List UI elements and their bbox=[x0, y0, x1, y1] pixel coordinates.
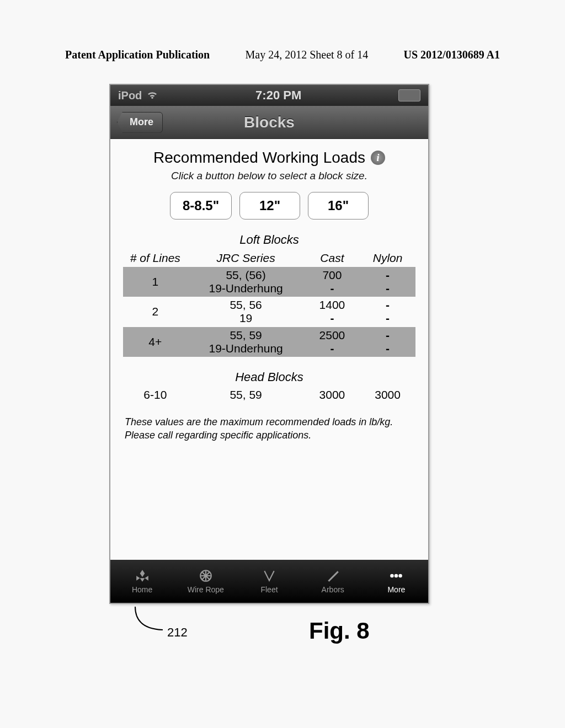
tab-label: Fleet bbox=[260, 585, 278, 594]
cell-jrc: 55, (56) 19-Underhung bbox=[188, 267, 305, 297]
size-option-16[interactable]: 16" bbox=[308, 192, 369, 220]
cell-cast: 700- bbox=[305, 267, 360, 297]
header-center: May 24, 2012 Sheet 8 of 14 bbox=[246, 49, 369, 61]
patent-page-header: Patent Application Publication May 24, 2… bbox=[0, 49, 565, 61]
tab-fleet[interactable]: Fleet bbox=[237, 560, 301, 603]
footnote: These values are the maximum recommended… bbox=[110, 415, 428, 442]
tab-label: Wire Rope bbox=[188, 585, 224, 594]
wire-rope-icon bbox=[197, 569, 215, 583]
more-icon bbox=[387, 569, 405, 583]
table-header-row: # of Lines JRC Series Cast Nylon bbox=[123, 249, 415, 267]
tab-wire-rope[interactable]: Wire Rope bbox=[174, 560, 237, 603]
cell-cast: 3000 bbox=[305, 387, 360, 403]
fleet-icon bbox=[260, 569, 278, 583]
figure-label: Fig. 8 bbox=[309, 618, 370, 644]
size-option-12[interactable]: 12" bbox=[239, 192, 300, 220]
wifi-icon bbox=[146, 89, 158, 102]
col-nylon: Nylon bbox=[360, 249, 415, 267]
header-left: Patent Application Publication bbox=[65, 49, 210, 61]
head-blocks-title: Head Blocks bbox=[110, 370, 428, 384]
callout-number: 212 bbox=[167, 625, 188, 640]
loft-blocks-table: # of Lines JRC Series Cast Nylon 1 55, (… bbox=[123, 249, 415, 357]
loft-blocks-title: Loft Blocks bbox=[110, 233, 428, 247]
carrier-label: iPod bbox=[118, 89, 142, 102]
page-subtitle: Click a button below to select a block s… bbox=[110, 170, 428, 182]
col-cast: Cast bbox=[305, 249, 360, 267]
size-option-8[interactable]: 8-8.5" bbox=[170, 192, 232, 220]
svg-point-2 bbox=[395, 574, 398, 578]
cell-lines: 2 bbox=[123, 297, 188, 326]
tab-arbors[interactable]: Arbors bbox=[301, 560, 365, 603]
cell-jrc: 55, 59 bbox=[188, 387, 305, 403]
nav-bar: More Blocks bbox=[110, 106, 428, 139]
cell-nylon: -- bbox=[360, 297, 415, 326]
cell-nylon: -- bbox=[360, 327, 415, 357]
tab-label: More bbox=[387, 585, 405, 594]
back-button-label: More bbox=[130, 116, 153, 128]
table-row: 1 55, (56) 19-Underhung 700- -- bbox=[123, 267, 415, 297]
head-blocks-table: 6-10 55, 59 3000 3000 bbox=[123, 387, 415, 403]
tab-label: Arbors bbox=[322, 585, 344, 594]
header-right: US 2012/0130689 A1 bbox=[404, 49, 500, 61]
cell-cast: 2500- bbox=[305, 327, 360, 357]
status-bar: iPod 7:20 PM bbox=[110, 85, 428, 106]
status-time: 7:20 PM bbox=[255, 88, 301, 103]
col-jrc: JRC Series bbox=[188, 249, 305, 267]
back-button[interactable]: More bbox=[117, 112, 163, 133]
page-heading: Recommended Working Loads bbox=[153, 149, 365, 167]
battery-icon bbox=[398, 89, 420, 101]
cell-lines: 6-10 bbox=[123, 387, 188, 403]
col-lines: # of Lines bbox=[123, 249, 188, 267]
cell-lines: 4+ bbox=[123, 327, 188, 357]
nav-title: Blocks bbox=[244, 114, 295, 131]
content-area: Recommended Working Loads i Click a butt… bbox=[110, 139, 428, 560]
cell-cast: 1400- bbox=[305, 297, 360, 326]
cell-nylon: 3000 bbox=[360, 387, 415, 403]
table-row: 6-10 55, 59 3000 3000 bbox=[123, 387, 415, 403]
device-frame: iPod 7:20 PM More Blocks Recommended Wor… bbox=[109, 84, 429, 604]
cell-jrc: 55, 59 19-Underhung bbox=[188, 327, 305, 357]
info-icon[interactable]: i bbox=[371, 151, 385, 165]
tab-label: Home bbox=[132, 585, 152, 594]
tab-bar: Home Wire Rope Fleet Arbors More bbox=[110, 560, 428, 603]
cell-nylon: -- bbox=[360, 267, 415, 297]
home-icon bbox=[134, 569, 151, 583]
table-row: 4+ 55, 59 19-Underhung 2500- -- bbox=[123, 327, 415, 357]
tab-home[interactable]: Home bbox=[110, 560, 174, 603]
cell-jrc: 55, 56 19 bbox=[188, 297, 305, 326]
svg-point-1 bbox=[391, 574, 395, 578]
tab-more[interactable]: More bbox=[365, 560, 428, 603]
svg-point-3 bbox=[399, 574, 403, 578]
table-row: 2 55, 56 19 1400- -- bbox=[123, 297, 415, 326]
block-size-selector: 8-8.5" 12" 16" bbox=[110, 192, 428, 220]
arbors-icon bbox=[324, 569, 342, 583]
cell-lines: 1 bbox=[123, 267, 188, 297]
